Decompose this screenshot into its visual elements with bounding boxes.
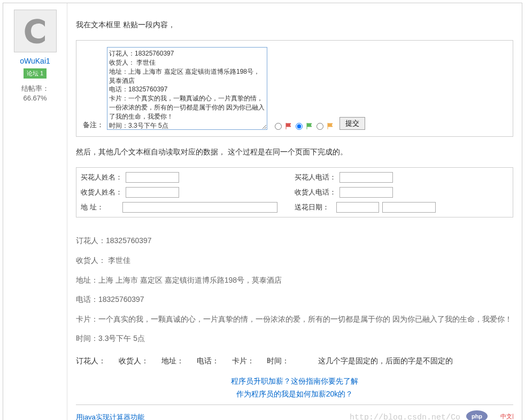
flag-red-icon: [285, 122, 292, 130]
recv-name-input[interactable]: [126, 187, 179, 198]
rate-label: 结帖率：: [6, 84, 64, 94]
address-input[interactable]: [122, 202, 277, 213]
detail-line-2: 收货人： 李世佳: [76, 253, 513, 268]
date-input-1[interactable]: [336, 202, 379, 213]
flag-radio-red[interactable]: [296, 123, 303, 130]
forum-badge: 论坛 1: [24, 68, 47, 79]
watermark: http://blog.csdn.net/Co php中文网: [350, 409, 513, 420]
username-link[interactable]: oWuKai1: [6, 57, 64, 65]
address-label: 地 址：: [81, 203, 119, 212]
flag-yellow-icon: [327, 122, 334, 130]
user-sidebar: oWuKai1 论坛 1 结帖率： 66.67%: [3, 3, 67, 420]
after-text: 然后，其他几个文本框自动读取对应的数据， 这个过程是在同一个页面下完成的。: [76, 145, 513, 159]
screenshot-2: 买花人姓名： 买花人电话： 收货人姓名： 收货人电话：: [76, 167, 513, 217]
promo-link-1[interactable]: 程序员升职加薪？这份指南你要先了解: [76, 377, 513, 386]
flag-green-icon: [306, 122, 313, 130]
remark-textarea[interactable]: 订花人：18325760397 收货人： 李世佳 地址：上海 上海市 嘉定区 嘉…: [107, 47, 267, 130]
php-cn-badge: php中文网: [465, 409, 513, 420]
post-content: 我在文本框里 粘贴一段内容， 备注： 订花人：18325760397 收货人： …: [67, 3, 522, 420]
avatar[interactable]: [14, 10, 57, 52]
promo-link-2[interactable]: 作为程序员的我是如何加薪20k的？: [76, 390, 513, 399]
buyer-name-label: 买花人姓名：: [81, 173, 122, 182]
related-link[interactable]: 用java实现计算器功能: [76, 413, 144, 420]
bottom-bar: 用java实现计算器功能 http://blog.csdn.net/Co php…: [76, 405, 513, 420]
flag-radio-none[interactable]: [275, 123, 282, 130]
fk-1: 订花人：: [76, 356, 106, 365]
note-label: 备注：: [83, 120, 104, 130]
svg-text:中文网: 中文网: [500, 413, 513, 419]
detail-line-1: 订花人：18325760397: [76, 234, 513, 248]
fk-5: 卡片：: [232, 356, 254, 365]
detail-line-4: 电话：18325760397: [76, 292, 513, 307]
svg-text:php: php: [472, 413, 482, 419]
date-input-2[interactable]: [382, 202, 436, 213]
buyer-phone-input[interactable]: [339, 172, 393, 183]
fk-note: 这几个字是固定的，后面的字是不固定的: [318, 356, 453, 365]
recv-phone-input[interactable]: [339, 187, 393, 198]
promo-links: 程序员升职加薪？这份指南你要先了解 作为程序员的我是如何加薪20k的？: [76, 377, 513, 399]
watermark-text: http://blog.csdn.net/Co: [350, 413, 460, 420]
fk-2: 收货人：: [119, 356, 149, 365]
intro-text: 我在文本框里 粘贴一段内容，: [76, 18, 513, 32]
detail-block: 订花人：18325760397 收货人： 李世佳 地址：上海 上海市 嘉定区 嘉…: [76, 234, 513, 346]
flag-radio-group: [274, 122, 334, 130]
recv-phone-label: 收货人电话：: [295, 188, 336, 197]
detail-line-5: 卡片：一个真实的我，一颗真诚的心，一片真挚的情，一份浓浓的爱，所有的一切都是属于…: [76, 312, 513, 326]
post-container: oWuKai1 论坛 1 结帖率： 66.67% 我在文本框里 粘贴一段内容， …: [3, 3, 522, 420]
buyer-name-input[interactable]: [126, 172, 179, 183]
date-label: 送花日期：: [295, 203, 333, 212]
rate-value: 66.67%: [6, 94, 64, 103]
fk-4: 电话：: [197, 356, 219, 365]
fk-6: 时间：: [267, 356, 289, 365]
flag-radio-green[interactable]: [316, 123, 323, 130]
detail-line-6: 时间：3.3号下午 5点: [76, 331, 513, 346]
screenshot-1: 备注： 订花人：18325760397 收货人： 李世佳 地址：上海 上海市 嘉…: [76, 40, 513, 137]
fixed-keys-line: 订花人： 收货人： 地址： 电话： 卡片： 时间： 这几个字是固定的，后面的字是…: [76, 356, 513, 366]
recv-name-label: 收货人姓名：: [81, 188, 122, 197]
submit-button[interactable]: 提交: [339, 117, 365, 130]
fk-3: 地址：: [161, 356, 184, 365]
detail-line-3: 地址：上海 上海市 嘉定区 嘉定镇街道博乐路198号，莫泰酒店: [76, 273, 513, 287]
buyer-phone-label: 买花人电话：: [295, 173, 336, 182]
